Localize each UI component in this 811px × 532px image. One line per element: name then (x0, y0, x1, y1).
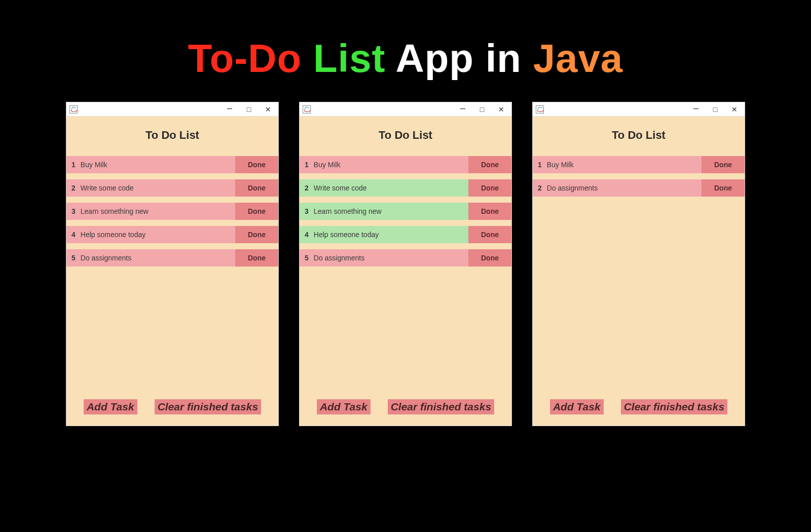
task-list: 1Buy MilkDone2Do assignmentsDone (533, 156, 745, 197)
task-body[interactable]: 2Write some code (66, 179, 235, 197)
app-title: To Do List (533, 117, 745, 156)
task-list: 1Buy MilkDone2Write some codeDone3Learn … (300, 156, 511, 267)
close-icon[interactable] (730, 106, 739, 113)
task-body[interactable]: 5Do assignments (300, 249, 468, 267)
task-text: Buy Milk (314, 161, 341, 169)
task-text: Do assignments (81, 254, 131, 262)
task-row: 1Buy MilkDone (533, 156, 745, 173)
task-body[interactable]: 3Learn something new (66, 203, 235, 220)
task-number: 2 (305, 184, 309, 192)
task-number: 3 (71, 207, 76, 215)
task-row: 2Write some codeDone (300, 179, 511, 197)
done-button[interactable]: Done (235, 156, 278, 173)
done-button[interactable]: Done (468, 179, 511, 197)
footer-buttons: Add TaskClear finished tasks (66, 399, 278, 414)
window-titlebar[interactable] (300, 102, 511, 117)
task-body[interactable]: 1Buy Milk (533, 156, 702, 173)
java-icon (69, 105, 78, 113)
windows-row: To Do List1Buy MilkDone2Write some codeD… (0, 102, 811, 426)
minimize-icon[interactable] (692, 105, 700, 113)
window-titlebar[interactable] (66, 102, 278, 117)
window-titlebar[interactable] (533, 102, 745, 117)
page-headline: To-Do List App in Java (0, 0, 811, 102)
task-row: 3Learn something newDone (300, 203, 511, 220)
task-row: 1Buy MilkDone (66, 156, 278, 173)
clear-finished-button[interactable]: Clear finished tasks (155, 399, 261, 414)
task-number: 4 (71, 231, 76, 239)
close-icon[interactable] (497, 106, 505, 113)
task-row: 2Write some codeDone (66, 179, 278, 197)
task-row: 4Help someone todayDone (66, 226, 278, 243)
task-text: Learn something new (81, 207, 149, 215)
task-body[interactable]: 2Do assignments (533, 179, 702, 197)
add-task-button[interactable]: Add Task (84, 399, 137, 414)
done-button[interactable]: Done (235, 226, 278, 243)
done-button[interactable]: Done (468, 156, 511, 173)
task-body[interactable]: 4Help someone today (66, 226, 235, 243)
task-row: 2Do assignmentsDone (533, 179, 745, 197)
footer-buttons: Add TaskClear finished tasks (300, 399, 511, 414)
done-button[interactable]: Done (235, 203, 278, 220)
task-number: 1 (71, 161, 76, 169)
headline-part-appin: App in (395, 36, 522, 81)
headline-part-todo: To-Do (188, 36, 302, 81)
task-text: Write some code (81, 184, 134, 192)
task-text: Learn something new (314, 207, 382, 215)
done-button[interactable]: Done (702, 179, 745, 197)
headline-part-list: List (313, 36, 386, 81)
window-controls (226, 105, 276, 113)
done-button[interactable]: Done (468, 203, 511, 220)
task-body[interactable]: 3Learn something new (300, 203, 468, 220)
done-button[interactable]: Done (468, 226, 511, 243)
task-row: 3Learn something newDone (66, 203, 278, 220)
task-row: 1Buy MilkDone (300, 156, 511, 173)
window-controls (459, 105, 509, 113)
footer-buttons: Add TaskClear finished tasks (533, 399, 745, 414)
window-controls (692, 105, 743, 113)
java-icon (536, 105, 544, 113)
java-icon (303, 105, 311, 113)
app-title: To Do List (300, 117, 511, 156)
maximize-icon[interactable] (478, 106, 486, 113)
done-button[interactable]: Done (702, 156, 745, 173)
done-button[interactable]: Done (235, 249, 278, 267)
task-row: 5Do assignmentsDone (66, 249, 278, 267)
task-text: Write some code (314, 184, 367, 192)
minimize-icon[interactable] (459, 105, 467, 113)
task-text: Buy Milk (547, 161, 574, 169)
task-number: 4 (305, 231, 309, 239)
clear-finished-button[interactable]: Clear finished tasks (388, 399, 494, 414)
add-task-button[interactable]: Add Task (317, 399, 371, 414)
app-window: To Do List1Buy MilkDone2Write some codeD… (299, 102, 512, 426)
add-task-button[interactable]: Add Task (550, 399, 604, 414)
task-row: 4Help someone todayDone (300, 226, 511, 243)
task-list: 1Buy MilkDone2Write some codeDone3Learn … (66, 156, 278, 267)
task-number: 2 (538, 184, 542, 192)
task-text: Do assignments (547, 184, 598, 192)
task-body[interactable]: 2Write some code (300, 179, 468, 197)
task-body[interactable]: 4Help someone today (300, 226, 468, 243)
task-row: 5Do assignmentsDone (300, 249, 511, 267)
clear-finished-button[interactable]: Clear finished tasks (621, 399, 727, 414)
done-button[interactable]: Done (468, 249, 511, 267)
task-body[interactable]: 1Buy Milk (66, 156, 235, 173)
task-text: Buy Milk (81, 161, 107, 169)
minimize-icon[interactable] (226, 105, 234, 113)
close-icon[interactable] (264, 106, 272, 113)
app-title: To Do List (66, 117, 278, 156)
task-number: 5 (305, 254, 309, 262)
app-window: To Do List1Buy MilkDone2Do assignmentsDo… (532, 102, 745, 426)
task-number: 1 (305, 161, 309, 169)
maximize-icon[interactable] (711, 106, 719, 113)
task-number: 2 (71, 184, 76, 192)
maximize-icon[interactable] (245, 106, 253, 113)
app-window: To Do List1Buy MilkDone2Write some codeD… (66, 102, 279, 426)
task-body[interactable]: 5Do assignments (66, 249, 235, 267)
task-body[interactable]: 1Buy Milk (300, 156, 468, 173)
task-text: Help someone today (81, 231, 145, 239)
task-number: 3 (305, 207, 309, 215)
task-number: 1 (538, 161, 542, 169)
done-button[interactable]: Done (235, 179, 278, 197)
task-text: Help someone today (314, 231, 379, 239)
headline-part-java: Java (533, 36, 623, 81)
